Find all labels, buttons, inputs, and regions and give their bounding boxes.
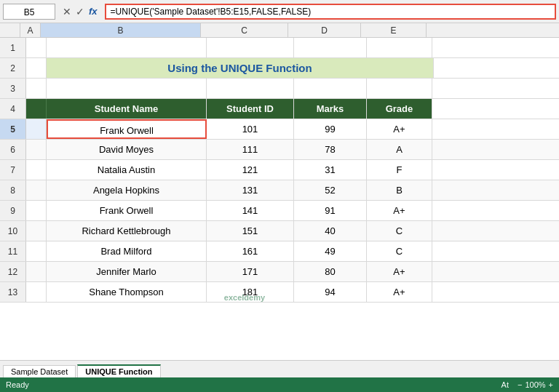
- cell-b9[interactable]: Frank Orwell: [47, 201, 207, 220]
- sheet-tab-unique[interactable]: UNIQUE Function: [77, 364, 160, 377]
- col-header-b[interactable]: B: [41, 23, 201, 37]
- cell-e10[interactable]: C: [367, 221, 432, 241]
- col-header-a[interactable]: A: [20, 23, 41, 37]
- cell-d10[interactable]: 40: [294, 221, 367, 241]
- cell-a5[interactable]: [26, 119, 47, 139]
- cell-c7[interactable]: 121: [207, 160, 294, 180]
- cell-c3[interactable]: [207, 79, 294, 98]
- cell-a6[interactable]: [26, 140, 47, 159]
- fx-icon[interactable]: fx: [87, 6, 99, 17]
- cell-e7[interactable]: F: [367, 160, 432, 180]
- cell-a1[interactable]: [26, 38, 47, 57]
- cell-d1[interactable]: [294, 38, 367, 57]
- cell-e12[interactable]: A+: [367, 262, 432, 281]
- col-header-c[interactable]: C: [201, 23, 288, 37]
- column-headers: A B C D E: [0, 23, 559, 38]
- cell-e8[interactable]: B: [367, 180, 432, 200]
- cell-b13[interactable]: Shane Thompson: [47, 282, 207, 302]
- cell-e4-header[interactable]: Grade: [367, 99, 432, 119]
- sheet-tab-sample[interactable]: Sample Dataset: [3, 365, 76, 377]
- row-num[interactable]: 11: [0, 241, 26, 261]
- formula-bar[interactable]: =UNIQUE('Sample Dataset'!B5:E15,FALSE,FA…: [105, 4, 556, 20]
- sheet-tabs-bar: Sample Dataset UNIQUE Function: [0, 360, 559, 377]
- cell-c5[interactable]: 101: [207, 119, 294, 139]
- cell-b11[interactable]: Brad Milford: [47, 241, 207, 261]
- table-row: 13 Shane Thompson 181 exceldemy E X C E …: [0, 282, 559, 303]
- cell-d11[interactable]: 49: [294, 241, 367, 261]
- cell-a10[interactable]: [26, 221, 47, 241]
- cell-e11[interactable]: C: [367, 241, 432, 261]
- confirm-icon[interactable]: ✓: [74, 6, 86, 17]
- cell-a9[interactable]: [26, 201, 47, 220]
- cell-d5[interactable]: 99: [294, 119, 367, 139]
- cancel-icon[interactable]: ✕: [61, 6, 73, 17]
- cell-a11[interactable]: [26, 241, 47, 261]
- title-row: 2 Using the UNIQUE Function: [0, 58, 559, 79]
- cell-e6[interactable]: A: [367, 140, 432, 159]
- cell-b12[interactable]: Jennifer Marlo: [47, 262, 207, 281]
- status-ready: Ready: [6, 380, 29, 389]
- cell-c4-header[interactable]: Student ID: [207, 99, 294, 119]
- cell-d8[interactable]: 52: [294, 180, 367, 200]
- cell-a13[interactable]: [26, 282, 47, 302]
- cell-d7[interactable]: 31: [294, 160, 367, 180]
- status-bar: Ready At − 100% +: [0, 377, 559, 392]
- cell-a7[interactable]: [26, 160, 47, 180]
- cell-d4-header[interactable]: Marks: [294, 99, 367, 119]
- cell-a2[interactable]: [26, 58, 47, 78]
- cell-e5[interactable]: A+: [367, 119, 432, 139]
- cell-c12[interactable]: 171: [207, 262, 294, 281]
- cell-e3[interactable]: [367, 79, 432, 98]
- cell-c8[interactable]: 131: [207, 180, 294, 200]
- row-num[interactable]: 6: [0, 140, 26, 159]
- cell-b2-title[interactable]: Using the UNIQUE Function: [47, 58, 434, 78]
- cell-b1[interactable]: [47, 38, 207, 57]
- cell-b10[interactable]: Richard Kettlebrough: [47, 221, 207, 241]
- row-num[interactable]: 2: [0, 58, 26, 78]
- cell-b6[interactable]: David Moyes: [47, 140, 207, 159]
- cell-a3[interactable]: [26, 79, 47, 98]
- col-header-d[interactable]: D: [288, 23, 361, 37]
- cell-e1[interactable]: [367, 38, 432, 57]
- cell-e13[interactable]: A+: [367, 282, 432, 302]
- cell-c11[interactable]: 161: [207, 241, 294, 261]
- zoom-in-icon[interactable]: +: [549, 380, 553, 389]
- zoom-controls[interactable]: − 100% +: [518, 380, 553, 389]
- row-num-5[interactable]: 5: [0, 119, 26, 139]
- name-box[interactable]: B5: [3, 4, 55, 20]
- cell-a12[interactable]: [26, 262, 47, 281]
- cell-d13[interactable]: 94: [294, 282, 367, 302]
- row-num[interactable]: 7: [0, 160, 26, 180]
- cell-c10[interactable]: 151: [207, 221, 294, 241]
- watermark: exceldemy E X C E L · D A T A · B I: [214, 294, 275, 302]
- spreadsheet: A B C D E 1 2 Using the UNIQUE Function …: [0, 23, 559, 303]
- cell-d3[interactable]: [294, 79, 367, 98]
- row-num[interactable]: 9: [0, 201, 26, 220]
- status-at: At: [501, 380, 509, 389]
- cell-b5[interactable]: Frank Orwell: [47, 119, 207, 139]
- row-num[interactable]: 12: [0, 262, 26, 281]
- cell-d12[interactable]: 80: [294, 262, 367, 281]
- row-num[interactable]: 1: [0, 38, 26, 57]
- cell-c9[interactable]: 141: [207, 201, 294, 220]
- cell-d6[interactable]: 78: [294, 140, 367, 159]
- table-row: 1: [0, 38, 559, 58]
- row-num[interactable]: 8: [0, 180, 26, 200]
- cell-c13[interactable]: 181 exceldemy E X C E L · D A T A · B I: [207, 282, 294, 302]
- cell-c1[interactable]: [207, 38, 294, 57]
- cell-c6[interactable]: 111: [207, 140, 294, 159]
- col-header-e[interactable]: E: [361, 23, 427, 37]
- row-num[interactable]: 3: [0, 79, 26, 98]
- cell-b3[interactable]: [47, 79, 207, 98]
- cell-a4[interactable]: [26, 99, 47, 119]
- zoom-out-icon[interactable]: −: [518, 380, 522, 389]
- cell-d9[interactable]: 91: [294, 201, 367, 220]
- cell-b8[interactable]: Angela Hopkins: [47, 180, 207, 200]
- row-num[interactable]: 13: [0, 282, 26, 302]
- cell-a8[interactable]: [26, 180, 47, 200]
- row-num[interactable]: 10: [0, 221, 26, 241]
- row-num[interactable]: 4: [0, 99, 26, 119]
- cell-b4-header[interactable]: Student Name: [47, 99, 207, 119]
- cell-b7[interactable]: Natalia Austin: [47, 160, 207, 180]
- cell-e9[interactable]: A+: [367, 201, 432, 220]
